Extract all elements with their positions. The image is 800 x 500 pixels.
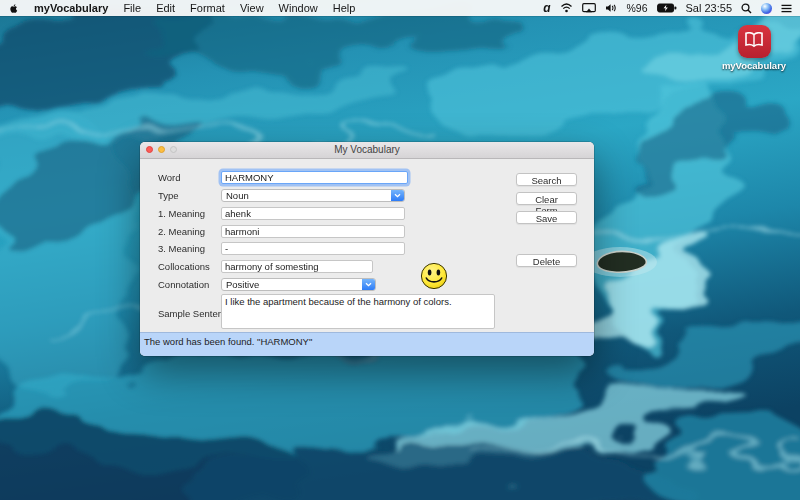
display-mirroring-icon[interactable]: [582, 0, 596, 16]
menu-window[interactable]: Window: [279, 2, 318, 14]
type-select[interactable]: Noun: [221, 189, 405, 202]
menu-help[interactable]: Help: [333, 2, 356, 14]
search-button[interactable]: Search: [516, 173, 577, 186]
desktop: myVocabulary File Edit Format View Windo…: [0, 0, 800, 500]
wifi-icon[interactable]: [560, 0, 573, 16]
my-vocabulary-window: My Vocabulary Word Type 1. Meaning 2. Me…: [140, 142, 594, 356]
collocations-input[interactable]: [221, 260, 373, 273]
spotlight-search-icon[interactable]: [741, 0, 752, 16]
meaning2-input[interactable]: [221, 225, 405, 238]
word-label: Word: [158, 171, 181, 184]
volume-icon[interactable]: [605, 0, 618, 16]
chevron-down-icon: [391, 190, 404, 201]
meaning3-label: 3. Meaning: [158, 242, 205, 255]
minimize-button[interactable]: [158, 146, 165, 153]
sample-sentence-textarea[interactable]: I like the apartment because of the harm…: [221, 294, 495, 329]
siri-icon[interactable]: [761, 3, 772, 14]
chevron-down-icon: [362, 279, 375, 290]
meaning1-label: 1. Meaning: [158, 207, 205, 220]
close-button[interactable]: [146, 146, 153, 153]
menu-view[interactable]: View: [240, 2, 264, 14]
connotation-select-value: Positive: [226, 279, 259, 291]
menu-app-name[interactable]: myVocabulary: [34, 2, 108, 14]
menu-edit[interactable]: Edit: [156, 2, 175, 14]
app-tile: [738, 25, 771, 58]
menu-bar: myVocabulary File Edit Format View Windo…: [0, 0, 800, 16]
meaning3-input[interactable]: [221, 242, 405, 255]
desktop-app-myvocabulary[interactable]: myVocabulary: [703, 25, 800, 71]
connotation-select[interactable]: Positive: [221, 278, 376, 291]
island: [583, 247, 657, 277]
window-status-bar: The word has been found. "HARMONY": [140, 332, 594, 356]
open-book-icon: [744, 32, 764, 52]
battery-charging-icon[interactable]: [657, 0, 677, 16]
delete-button[interactable]: Delete: [516, 254, 577, 267]
desktop-icon-label: myVocabulary: [703, 60, 800, 71]
collocations-label: Collocations: [158, 260, 210, 273]
battery-percent: %96: [627, 2, 648, 14]
word-input[interactable]: [221, 171, 408, 184]
type-select-value: Noun: [226, 190, 249, 202]
window-titlebar[interactable]: My Vocabulary: [140, 142, 594, 159]
clear-form-button[interactable]: Clear Form: [516, 192, 577, 205]
window-title: My Vocabulary: [140, 142, 594, 158]
menu-format[interactable]: Format: [190, 2, 225, 14]
script-a-icon[interactable]: ɑ: [543, 0, 550, 16]
type-label: Type: [158, 189, 179, 202]
menu-clock[interactable]: Sal 23:55: [686, 2, 732, 14]
save-button[interactable]: Save: [516, 211, 577, 224]
status-message: The word has been found. "HARMONY": [144, 336, 312, 347]
notification-center-icon[interactable]: [781, 0, 792, 16]
apple-menu-icon[interactable]: [8, 0, 19, 16]
zoom-button-disabled: [170, 146, 177, 153]
menu-file[interactable]: File: [123, 2, 141, 14]
meaning1-input[interactable]: [221, 207, 405, 220]
smiley-face-icon: [420, 262, 448, 294]
connotation-label: Connotation: [158, 278, 209, 291]
meaning2-label: 2. Meaning: [158, 225, 205, 238]
